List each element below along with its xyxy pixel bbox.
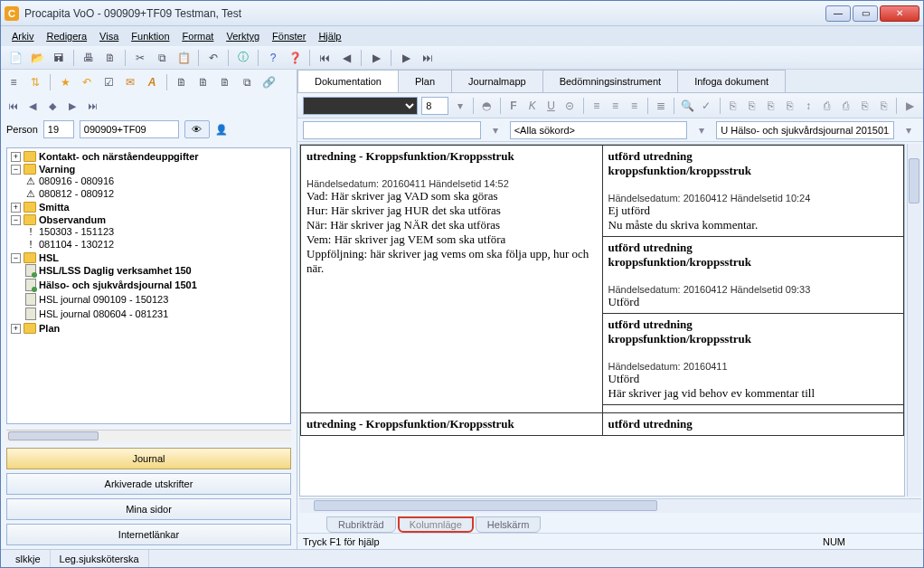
internet-button[interactable]: Internetlänkar [6, 524, 291, 545]
filter3-input[interactable] [716, 121, 894, 139]
dropdown-icon[interactable]: ▾ [693, 121, 711, 139]
arkiverade-button[interactable]: Arkiverade utskrifter [6, 473, 291, 495]
play-icon[interactable]: ▶ [902, 97, 918, 115]
page3-icon[interactable]: 🗎 [216, 73, 234, 91]
tool8-icon[interactable]: ⎘ [857, 97, 872, 115]
maximize-button[interactable]: ▭ [853, 5, 878, 22]
align-left-icon[interactable]: ≡ [589, 97, 604, 115]
cut-icon[interactable]: ✂ [131, 49, 149, 67]
tree-view[interactable]: +Kontakt- och närståendeuppgifter −Varni… [6, 147, 291, 424]
tree-node-kontakt[interactable]: +Kontakt- och närståendeuppgifter [11, 151, 290, 162]
strike-icon[interactable]: ⊝ [562, 97, 578, 115]
menu-funktion[interactable]: Funktion [126, 29, 174, 43]
tree-item[interactable]: ⚠080812 - 080912 [25, 188, 290, 199]
a-icon[interactable]: A [143, 73, 161, 91]
vscrollbar[interactable] [907, 144, 921, 497]
view-person-button[interactable]: 👁 [184, 120, 210, 138]
new-icon[interactable]: 📄 [6, 49, 24, 67]
dropdown-icon[interactable]: ▾ [486, 121, 504, 139]
nav-first-icon[interactable]: ⏮ [5, 99, 21, 113]
mail-icon[interactable]: ✉ [121, 73, 139, 91]
info-icon[interactable]: ⓘ [234, 49, 252, 67]
tree-item[interactable]: !150303 - 151123 [25, 226, 290, 237]
prev-icon[interactable]: ◀ [337, 49, 355, 67]
tool9-icon[interactable]: ⎘ [876, 97, 891, 115]
undo2-icon[interactable]: ↶ [78, 73, 96, 91]
person-code-input[interactable] [80, 120, 179, 138]
open-icon[interactable]: 📂 [28, 49, 46, 67]
tab-infoga[interactable]: Infoga dokument [677, 70, 786, 92]
tree-item[interactable]: HSL/LSS Daglig verksamhet 150 [25, 264, 290, 277]
tool5-icon[interactable]: ↕ [801, 97, 816, 115]
filter1-input[interactable] [303, 121, 481, 139]
last-icon[interactable]: ⏭ [419, 49, 437, 67]
nav-next-icon[interactable]: ▶ [64, 99, 80, 113]
color-icon[interactable]: ◓ [479, 97, 495, 115]
find-icon[interactable]: 🔍 [680, 97, 695, 115]
tree-toggle-icon[interactable]: ≡ [5, 73, 23, 91]
bold-icon[interactable]: F [506, 97, 522, 115]
mina-sidor-button[interactable]: Mina sidor [6, 498, 291, 520]
align-center-icon[interactable]: ≡ [608, 97, 623, 115]
first-icon[interactable]: ⏮ [316, 49, 334, 67]
tool7-icon[interactable]: ⎙ [838, 97, 853, 115]
fontsize-input[interactable] [421, 97, 448, 115]
journal-button[interactable]: Journal [6, 448, 291, 469]
dropdown-icon[interactable]: ▾ [900, 121, 918, 139]
align-right-icon[interactable]: ≡ [627, 97, 642, 115]
list-icon[interactable]: ≣ [654, 97, 669, 115]
menu-visa[interactable]: Visa [94, 29, 124, 43]
menu-verktyg[interactable]: Verktyg [221, 29, 265, 43]
menu-format[interactable]: Format [177, 29, 220, 43]
menu-arkiv[interactable]: Arkiv [6, 29, 39, 43]
style-select[interactable] [303, 97, 418, 115]
check-icon[interactable]: ☑ [99, 73, 118, 91]
undo-icon[interactable]: ↶ [204, 49, 222, 67]
view-rubriktrad[interactable]: Rubrikträd [326, 516, 396, 533]
tool4-icon[interactable]: ⎘ [782, 97, 797, 115]
document-area[interactable]: utredning - Kroppsfunktion/Kroppsstruk H… [299, 144, 905, 497]
menu-fonster[interactable]: Fönster [267, 29, 311, 43]
tree-item[interactable]: HSL journal 080604 - 081231 [25, 308, 290, 320]
print-icon[interactable]: 🖶 [80, 49, 98, 67]
tree-node-varning[interactable]: −Varning [11, 164, 290, 175]
tool6-icon[interactable]: ⎙ [819, 97, 834, 115]
nav-last-icon[interactable]: ⏭ [84, 99, 100, 113]
tree-node-observandum[interactable]: −Observandum [11, 214, 290, 225]
spell-icon[interactable]: ✓ [699, 97, 714, 115]
tab-journalmapp[interactable]: Journalmapp [451, 70, 543, 92]
save-icon[interactable]: 🖬 [50, 49, 68, 67]
tree-item[interactable]: !081104 - 130212 [25, 239, 290, 250]
star-icon[interactable]: ★ [56, 73, 74, 91]
tree-item[interactable]: HSL journal 090109 - 150123 [25, 293, 290, 306]
tree-hscrollbar[interactable] [6, 430, 291, 442]
group-icon[interactable]: ⧉ [238, 73, 256, 91]
tool2-icon[interactable]: ⎘ [744, 97, 759, 115]
tab-bedomning[interactable]: Bedömningsinstrument [542, 70, 679, 92]
tree-node-smitta[interactable]: +Smitta [11, 202, 290, 213]
tree-node-plan[interactable]: +Plan [11, 323, 290, 334]
tab-plan[interactable]: Plan [398, 70, 452, 92]
tree-node-hsl[interactable]: −HSL [11, 252, 290, 263]
page1-icon[interactable]: 🗎 [173, 73, 191, 91]
fontsize-dropdown-icon[interactable]: ▾ [452, 97, 467, 115]
tool3-icon[interactable]: ⎘ [763, 97, 778, 115]
tool1-icon[interactable]: ⎘ [726, 97, 741, 115]
view-kolumnlage[interactable]: Kolumnläge [398, 516, 474, 533]
help-icon[interactable]: ? [264, 49, 282, 67]
menu-redigera[interactable]: Redigera [41, 29, 92, 43]
copy-icon[interactable]: ⧉ [153, 49, 171, 67]
italic-icon[interactable]: K [524, 97, 540, 115]
tab-dokumentation[interactable]: Dokumentation [297, 70, 399, 92]
underline-icon[interactable]: U [543, 97, 559, 115]
preview-icon[interactable]: 🗎 [101, 49, 119, 67]
link-icon[interactable]: 🔗 [259, 73, 278, 91]
nav-prev-icon[interactable]: ◀ [24, 99, 41, 113]
fwd-icon[interactable]: ▶ [397, 49, 415, 67]
menu-hjalp[interactable]: Hjälp [313, 29, 346, 43]
page2-icon[interactable]: 🗎 [194, 73, 212, 91]
next-icon[interactable]: ▶ [367, 49, 385, 67]
view-helskarm[interactable]: Helskärm [476, 516, 541, 533]
minimize-button[interactable]: — [825, 5, 851, 22]
hscrollbar[interactable] [299, 498, 921, 513]
